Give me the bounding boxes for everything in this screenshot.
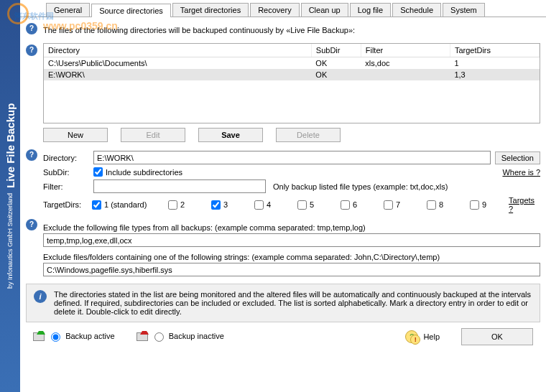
backup-inactive-radio[interactable] xyxy=(154,332,164,342)
targets-link[interactable]: Targets ? xyxy=(509,196,540,213)
target-8[interactable]: 8 xyxy=(427,200,466,210)
exclude-strings-input[interactable] xyxy=(43,263,540,276)
new-button[interactable]: New xyxy=(43,128,108,142)
target-7[interactable]: 7 xyxy=(384,200,422,210)
delete-button[interactable]: Delete xyxy=(276,128,341,142)
save-button[interactable]: Save xyxy=(198,128,263,142)
backup-inactive-option[interactable]: Backup inactive xyxy=(136,332,224,342)
target-checkbox-6[interactable] xyxy=(341,200,350,210)
directory-table[interactable]: DirectorySubDirFilterTargetDirs C:\Users… xyxy=(43,43,540,123)
target-5[interactable]: 5 xyxy=(297,200,336,210)
target-2[interactable]: 2 xyxy=(168,200,207,210)
app-byline: by Infonautics GmbH Switzerland xyxy=(6,193,14,289)
tab-schedule[interactable]: Schedule xyxy=(392,3,441,17)
tab-bar: GeneralSource directoriesTarget director… xyxy=(20,0,546,17)
target-checkbox-3[interactable] xyxy=(211,200,221,210)
target-checkbox-2[interactable] xyxy=(168,200,177,210)
target-checkbox-9[interactable] xyxy=(470,200,479,210)
app-sidebar: by Infonautics GmbH Switzerland Live Fil… xyxy=(0,0,20,392)
info-text: The directories stated in the list are b… xyxy=(54,290,532,316)
backup-active-radio[interactable] xyxy=(51,332,60,342)
directory-label: Directory: xyxy=(43,154,93,162)
tab-recovery[interactable]: Recovery xyxy=(250,3,299,17)
help-icon[interactable]: ? xyxy=(26,219,37,230)
table-row[interactable]: E:\WORK\OK1,3 xyxy=(44,69,540,80)
directory-input[interactable] xyxy=(93,151,491,164)
info-panel: i The directories stated in the list are… xyxy=(26,284,540,322)
ok-button[interactable]: OK xyxy=(461,328,533,345)
help-bubble-icon: ? xyxy=(405,330,418,343)
target-9[interactable]: 9 xyxy=(470,200,509,210)
exclude-strings-label: Exclude files/folders containing one of … xyxy=(43,253,540,261)
intro-text: The files of the following directories w… xyxy=(43,26,355,34)
target-4[interactable]: 4 xyxy=(254,200,293,210)
disk-inactive-icon xyxy=(136,332,148,341)
help-icon[interactable]: ? xyxy=(26,149,37,161)
info-icon: i xyxy=(34,290,47,303)
filter-hint: Only backup listed file types (example: … xyxy=(273,182,448,191)
filter-label: Filter: xyxy=(43,182,93,191)
disk-active-icon xyxy=(33,332,45,341)
help-icon[interactable]: ? xyxy=(26,45,37,56)
tab-general[interactable]: General xyxy=(46,3,90,17)
app-title: Live File Backup xyxy=(4,103,17,188)
exclude-types-label: Exclude the following file types from al… xyxy=(43,223,540,232)
tab-target-directories[interactable]: Target directories xyxy=(172,3,249,17)
selection-button[interactable]: Selection xyxy=(495,151,540,164)
col-subdir[interactable]: SubDir xyxy=(311,44,361,57)
backup-active-option[interactable]: Backup active xyxy=(33,332,115,342)
whereis-link[interactable]: Where is ? xyxy=(502,168,540,177)
target-6[interactable]: 6 xyxy=(341,200,379,210)
tab-clean-up[interactable]: Clean up xyxy=(301,3,348,17)
target-checkbox-1[interactable] xyxy=(92,200,101,210)
target-checkbox-5[interactable] xyxy=(297,200,307,210)
target-1[interactable]: 1 (standard) xyxy=(92,200,164,210)
tab-system[interactable]: System xyxy=(443,3,485,17)
help-icon[interactable]: ? xyxy=(26,23,37,34)
col-targetdirs[interactable]: TargetDirs xyxy=(450,44,539,57)
edit-button[interactable]: Edit xyxy=(121,128,185,142)
target-checkbox-7[interactable] xyxy=(384,200,393,210)
subdir-label: SubDir: xyxy=(43,168,93,177)
tab-source-directories[interactable]: Source directories xyxy=(91,4,171,17)
target-checkbox-4[interactable] xyxy=(254,200,264,210)
table-row[interactable]: C:\Users\Public\Documents\OKxls,doc1 xyxy=(44,57,540,70)
exclude-types-input[interactable] xyxy=(43,233,540,247)
include-subdir-text: Include subdirectories xyxy=(106,168,182,177)
help-button[interactable]: ? Help xyxy=(405,330,440,343)
col-directory[interactable]: Directory xyxy=(44,44,311,57)
filter-input[interactable] xyxy=(93,179,266,193)
targetdirs-label: TargetDirs: xyxy=(43,200,92,209)
target-3[interactable]: 3 xyxy=(211,200,250,210)
target-checkbox-8[interactable] xyxy=(427,200,436,210)
tab-log-file[interactable]: Log file xyxy=(350,3,391,17)
col-filter[interactable]: Filter xyxy=(361,44,450,57)
include-subdir-checkbox[interactable] xyxy=(93,167,103,177)
